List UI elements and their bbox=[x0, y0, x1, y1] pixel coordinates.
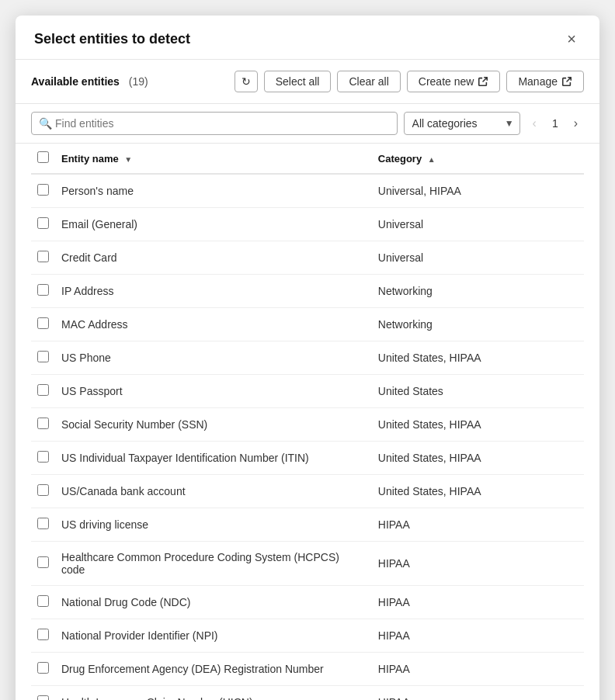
row-checkbox-13[interactable] bbox=[37, 629, 49, 640]
manage-button[interactable]: Manage bbox=[506, 71, 584, 92]
table-row: US/Canada bank accountUnited States, HIP… bbox=[31, 475, 584, 508]
cell-entity-name: National Drug Code (NDC) bbox=[55, 586, 372, 619]
row-checkbox-5[interactable] bbox=[37, 351, 49, 362]
cell-entity-name: Healthcare Common Procedure Coding Syste… bbox=[55, 542, 372, 586]
table-row: Social Security Number (SSN)United State… bbox=[31, 408, 584, 442]
category-select[interactable]: All categories Universal Networking Unit… bbox=[404, 112, 520, 135]
cell-entity-name: Social Security Number (SSN) bbox=[55, 408, 372, 442]
select-all-button[interactable]: Select all bbox=[264, 71, 332, 92]
row-checkbox-cell bbox=[31, 275, 55, 308]
row-checkbox-9[interactable] bbox=[37, 484, 49, 496]
create-new-button[interactable]: Create new bbox=[407, 71, 501, 92]
cell-entity-name: Email (General) bbox=[55, 208, 372, 241]
table-row: National Drug Code (NDC)HIPAA bbox=[31, 586, 584, 619]
current-page: 1 bbox=[546, 114, 565, 133]
row-checkbox-10[interactable] bbox=[37, 518, 49, 529]
cell-entity-name: US Individual Taxpayer Identification Nu… bbox=[55, 442, 372, 475]
toolbar: Available entities (19) ↻ Select all Cle… bbox=[16, 60, 599, 104]
search-input[interactable] bbox=[31, 112, 398, 135]
refresh-button[interactable]: ↻ bbox=[235, 71, 258, 92]
row-checkbox-cell bbox=[31, 375, 55, 408]
table-wrap: Entity name ▼ Category ▲ Person's nameUn… bbox=[16, 144, 599, 700]
row-checkbox-cell bbox=[31, 408, 55, 442]
cell-category: Universal bbox=[372, 241, 584, 275]
cell-entity-name: Credit Card bbox=[55, 241, 372, 275]
col-entity-name[interactable]: Entity name ▼ bbox=[55, 144, 372, 174]
cell-category: Networking bbox=[372, 308, 584, 341]
row-checkbox-6[interactable] bbox=[37, 384, 49, 396]
pagination: ‹ 1 › bbox=[526, 113, 584, 133]
table-row: MAC AddressNetworking bbox=[31, 308, 584, 341]
cell-category: United States, HIPAA bbox=[372, 475, 584, 508]
entities-table: Entity name ▼ Category ▲ Person's nameUn… bbox=[31, 144, 584, 700]
col-category[interactable]: Category ▲ bbox=[372, 144, 584, 174]
cell-category: HIPAA bbox=[372, 508, 584, 542]
row-checkbox-2[interactable] bbox=[37, 251, 49, 262]
table-header-row: Entity name ▼ Category ▲ bbox=[31, 144, 584, 174]
cell-entity-name: Drug Enforcement Agency (DEA) Registrati… bbox=[55, 653, 372, 686]
row-checkbox-cell bbox=[31, 653, 55, 686]
row-checkbox-7[interactable] bbox=[37, 418, 49, 429]
table-row: US PassportUnited States bbox=[31, 375, 584, 408]
row-checkbox-1[interactable] bbox=[37, 217, 49, 229]
row-checkbox-cell bbox=[31, 174, 55, 208]
table-row: Credit CardUniversal bbox=[31, 241, 584, 275]
table-row: Person's nameUniversal, HIPAA bbox=[31, 174, 584, 208]
table-row: National Provider Identifier (NPI)HIPAA bbox=[31, 619, 584, 653]
row-checkbox-3[interactable] bbox=[37, 284, 49, 296]
cell-category: United States, HIPAA bbox=[372, 341, 584, 375]
cell-category: HIPAA bbox=[372, 686, 584, 701]
available-entities-label: Available entities bbox=[31, 75, 120, 88]
row-checkbox-11[interactable] bbox=[37, 556, 49, 568]
cell-entity-name: Health Insurance Claim Number (HICN) bbox=[55, 686, 372, 701]
cell-entity-name: US driving license bbox=[55, 508, 372, 542]
cell-entity-name: Person's name bbox=[55, 174, 372, 208]
row-checkbox-4[interactable] bbox=[37, 317, 49, 329]
row-checkbox-cell bbox=[31, 542, 55, 586]
cell-category: HIPAA bbox=[372, 619, 584, 653]
entity-sort-icon: ▼ bbox=[124, 155, 132, 164]
prev-page-button[interactable]: ‹ bbox=[526, 113, 543, 133]
modal-title: Select entities to detect bbox=[34, 31, 190, 47]
cell-entity-name: US Passport bbox=[55, 375, 372, 408]
row-checkbox-8[interactable] bbox=[37, 451, 49, 463]
next-page-button[interactable]: › bbox=[568, 113, 584, 133]
row-checkbox-14[interactable] bbox=[37, 662, 49, 674]
cell-category: HIPAA bbox=[372, 586, 584, 619]
row-checkbox-cell bbox=[31, 686, 55, 701]
close-button[interactable]: × bbox=[562, 29, 581, 48]
search-filter-row: 🔍 All categories Universal Networking Un… bbox=[16, 104, 599, 144]
table-row: IP AddressNetworking bbox=[31, 275, 584, 308]
cell-category: Universal bbox=[372, 208, 584, 241]
entity-count: (19) bbox=[129, 75, 148, 88]
row-checkbox-cell bbox=[31, 241, 55, 275]
modal-header: Select entities to detect × bbox=[16, 16, 599, 60]
row-checkbox-cell bbox=[31, 442, 55, 475]
cell-entity-name: US/Canada bank account bbox=[55, 475, 372, 508]
cell-entity-name: National Provider Identifier (NPI) bbox=[55, 619, 372, 653]
cell-category: United States, HIPAA bbox=[372, 442, 584, 475]
row-checkbox-cell bbox=[31, 619, 55, 653]
row-checkbox-0[interactable] bbox=[37, 184, 49, 196]
cell-entity-name: IP Address bbox=[55, 275, 372, 308]
table-row: Drug Enforcement Agency (DEA) Registrati… bbox=[31, 653, 584, 686]
row-checkbox-cell bbox=[31, 208, 55, 241]
cell-category: Universal, HIPAA bbox=[372, 174, 584, 208]
row-checkbox-cell bbox=[31, 508, 55, 542]
table-row: US driving licenseHIPAA bbox=[31, 508, 584, 542]
cell-category: Networking bbox=[372, 275, 584, 308]
manage-label: Manage bbox=[518, 75, 558, 88]
row-checkbox-cell bbox=[31, 341, 55, 375]
clear-all-button[interactable]: Clear all bbox=[337, 71, 400, 92]
row-checkbox-12[interactable] bbox=[37, 595, 49, 607]
cell-category: United States bbox=[372, 375, 584, 408]
cell-category: United States, HIPAA bbox=[372, 408, 584, 442]
row-checkbox-15[interactable] bbox=[37, 695, 49, 700]
search-icon: 🔍 bbox=[39, 117, 52, 130]
select-all-checkbox[interactable] bbox=[37, 151, 49, 163]
table-row: US Individual Taxpayer Identification Nu… bbox=[31, 442, 584, 475]
external-link-icon-manage bbox=[561, 76, 572, 87]
category-filter-wrap: All categories Universal Networking Unit… bbox=[404, 112, 520, 135]
row-checkbox-cell bbox=[31, 475, 55, 508]
external-link-icon bbox=[478, 76, 488, 87]
